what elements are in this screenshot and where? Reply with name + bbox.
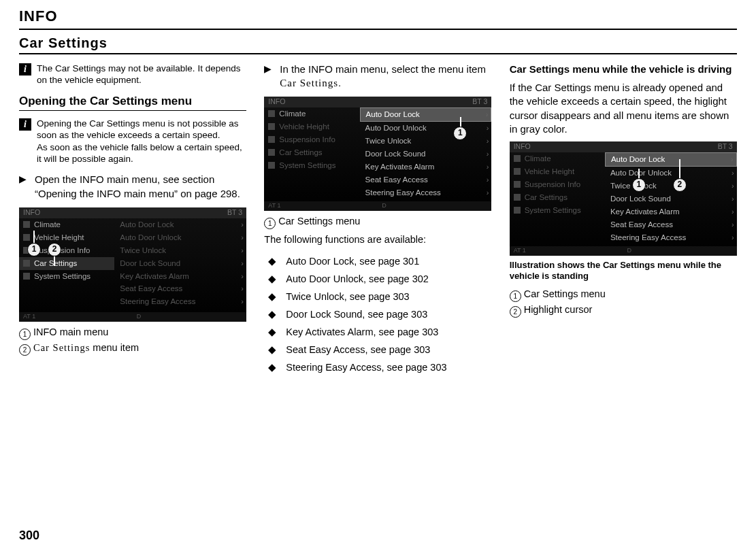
bullet-icon: ◆: [264, 343, 276, 356]
ss-title: INFO: [514, 142, 531, 152]
ss-title: INFO: [23, 208, 40, 218]
bullet-icon: ◆: [264, 326, 276, 339]
ss-bottom-mid: D: [382, 202, 387, 210]
circled-2-icon: 2: [19, 344, 31, 356]
callout-2: 2: [673, 178, 687, 192]
ss-right-item-highlight: Auto Door Lock: [360, 107, 492, 122]
ss-bottom-left: AT 1: [514, 247, 526, 255]
step-marker-icon: ▶: [19, 173, 27, 201]
function-item: ◆Seat Easy Access, see page 303: [264, 341, 491, 358]
info-text-2: Opening the Car Settings menu is not pos…: [37, 118, 246, 165]
info-text-1: The Car Settings may not be available. I…: [37, 63, 246, 86]
circled-1-icon: 1: [510, 290, 521, 302]
ss-topbar: INFO BT 3: [264, 97, 491, 107]
legend-a2: 2Car Settings menu item: [19, 341, 246, 356]
ss-right-item: Twice Unlock: [605, 180, 737, 192]
circled-1-icon: 1: [264, 218, 276, 229]
page-header: INFO: [19, 7, 737, 27]
ss-left-item: System Settings: [510, 204, 605, 217]
ss-left-item: Climate: [510, 152, 605, 165]
function-text: Seat Easy Access, see page 303: [286, 343, 430, 356]
ss-bottom: AT 1 D: [510, 246, 737, 256]
ss-right-item: Twice Unlock: [360, 135, 492, 148]
figure-caption: Illustration shows the Car Settings menu…: [510, 260, 737, 282]
legend-a2-text: menu item: [90, 342, 139, 353]
ss-right-item: Door Lock Sound: [360, 148, 492, 161]
ss-right-item: Twice Unlock: [114, 244, 246, 257]
subsection-rule: [19, 110, 246, 111]
ss-right-item: Key Activates Alarm: [360, 161, 492, 173]
step-marker-icon: ▶: [264, 63, 272, 90]
step-2-pre: In the INFO main menu, select the menu i…: [280, 63, 486, 75]
ss-right-item: Auto Door Lock: [114, 218, 246, 231]
page: INFO Car Settings i The Car Settings may…: [0, 0, 756, 553]
ss-title: INFO: [268, 97, 285, 107]
ss-topbar: INFO BT 3: [19, 207, 246, 218]
screenshot-car-settings: INFO BT 3 Climate Vehicle Height Suspens…: [264, 97, 491, 211]
ss-right-item: Auto Door Unlock: [114, 231, 246, 244]
step-1-text: Open the INFO main menu, see section “Op…: [35, 173, 246, 201]
info-block-2: i Opening the Car Settings menu is not p…: [19, 118, 246, 165]
legend-b1-text: Car Settings menu: [278, 216, 360, 227]
subsection-heading: Opening the Car Settings menu: [19, 94, 246, 109]
function-text: Auto Door Unlock, see page 302: [286, 273, 429, 286]
function-item: ◆Auto Door Lock, see page 301: [264, 253, 491, 271]
ss-right-item: Key Activates Alarm: [605, 205, 737, 218]
legend-c1: 1Car Settings menu: [510, 288, 737, 302]
legend-c1-text: Car Settings menu: [524, 288, 606, 299]
circled-1-icon: 1: [19, 329, 31, 340]
functions-caption: The following functions are available:: [264, 233, 491, 246]
ss-right-list: Auto Door Lock Auto Door Unlock Twice Un…: [360, 107, 492, 201]
col3-paragraph: If the Car Settings menu is already open…: [510, 81, 737, 136]
ss-left-list: Climate Vehicle Height Suspension Info C…: [264, 107, 359, 201]
function-text: Twice Unlock, see page 303: [286, 290, 409, 303]
step-2-text: In the INFO main menu, select the menu i…: [280, 63, 491, 90]
col3-heading: Car Settings menu while the vehicle is d…: [510, 63, 737, 76]
ss-bottom: AT 1 D: [264, 201, 491, 211]
ss-bt: BT 3: [718, 142, 733, 152]
ss-left-item: Suspension Info: [264, 133, 359, 146]
ss-left-item: Vehicle Height: [264, 120, 359, 133]
functions-list: ◆Auto Door Lock, see page 301 ◆Auto Door…: [264, 253, 491, 376]
ss-right-item: Auto Door Unlock: [360, 122, 492, 135]
section-rule: [19, 53, 737, 54]
legend-a1: 1INFO main menu: [19, 326, 246, 340]
ss-left-item: Climate: [264, 107, 359, 120]
column-1: i The Car Settings may not be available.…: [19, 63, 246, 376]
ss-right-list: Auto Door Lock Auto Door Unlock Twice Un…: [605, 152, 737, 246]
ss-topbar: INFO BT 3: [510, 141, 737, 152]
function-item: ◆Door Lock Sound, see page 303: [264, 305, 491, 323]
ss-bottom-mid: D: [137, 313, 142, 321]
function-item: ◆Auto Door Unlock, see page 302: [264, 271, 491, 288]
ss-left-item: Vehicle Height: [510, 165, 605, 178]
header-rule: [19, 29, 737, 30]
callout-line: [33, 231, 35, 243]
callout-1: 1: [632, 178, 646, 192]
function-item: ◆Steering Easy Access, see page 303: [264, 358, 491, 376]
function-text: Key Activates Alarm, see page 303: [286, 326, 438, 339]
legend-b1: 1Car Settings menu: [264, 215, 491, 229]
legend-a2-menu: Car Settings: [33, 342, 90, 353]
ss-bottom-mid: D: [627, 247, 632, 255]
ss-left-item: System Settings: [19, 270, 114, 283]
screenshot-standing: INFO BT 3 Climate Vehicle Height Suspens…: [510, 141, 737, 256]
ss-right-item: Auto Door Unlock: [605, 167, 737, 180]
ss-right-item-highlight: Auto Door Lock: [605, 152, 737, 167]
bullet-icon: ◆: [264, 290, 276, 303]
ss-right-item: Seat Easy Access: [605, 218, 737, 231]
page-number: 300: [19, 528, 39, 543]
function-text: Auto Door Lock, see page 301: [286, 255, 419, 268]
step-2: ▶ In the INFO main menu, select the menu…: [264, 63, 491, 90]
info-icon: i: [19, 63, 31, 76]
ss-left-item-selected: Car Settings: [19, 257, 114, 270]
ss-right-item: Key Activates Alarm: [114, 270, 246, 283]
ss-bt: BT 3: [472, 97, 487, 107]
callout-1: 1: [27, 243, 41, 256]
ss-left-item: Car Settings: [264, 146, 359, 159]
ss-right-item: Door Lock Sound: [605, 192, 737, 205]
ss-left-item: Climate: [19, 218, 114, 231]
legend-c2: 2Highlight cursor: [510, 303, 737, 318]
column-3: Car Settings menu while the vehicle is d…: [510, 63, 737, 376]
function-item: ◆Twice Unlock, see page 303: [264, 288, 491, 306]
ss-bottom: AT 1 D: [19, 312, 246, 322]
